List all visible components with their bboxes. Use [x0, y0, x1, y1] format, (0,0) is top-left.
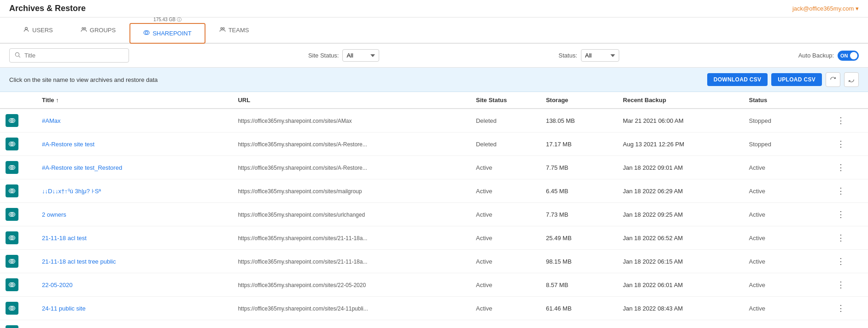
row-actions: ⋮	[827, 132, 868, 156]
sharepoint-site-icon	[6, 231, 18, 244]
row-storage: 70.09 MB	[540, 320, 617, 328]
row-actions: ⋮	[827, 156, 868, 179]
more-options-button[interactable]: ⋮	[833, 114, 849, 127]
row-storage: 138.05 MB	[540, 109, 617, 132]
tab-groups[interactable]: GROUPS	[67, 20, 129, 42]
status-label: Status:	[558, 52, 577, 59]
row-title: 2 owners	[36, 203, 232, 226]
row-status: Active	[744, 250, 827, 273]
auto-backup-label: Auto Backup:	[798, 52, 834, 59]
table-row: 24-11-18 private site https://office365m…	[0, 320, 868, 328]
row-actions: ⋮	[827, 250, 868, 273]
row-storage: 98.15 MB	[540, 250, 617, 273]
row-recent-backup: Jan 18 2022 09:01 AM	[617, 156, 743, 179]
more-options-button[interactable]: ⋮	[833, 207, 849, 221]
site-link[interactable]: #A-Restore site test	[42, 141, 94, 148]
site-link[interactable]: 21-11-18 acl test	[42, 235, 87, 242]
users-icon	[23, 26, 29, 34]
svg-point-6	[223, 27, 224, 29]
site-status-value: Deleted	[476, 117, 497, 124]
upload-csv-button[interactable]: UPLOAD CSV	[771, 73, 822, 86]
more-options-button[interactable]: ⋮	[833, 254, 849, 268]
user-email[interactable]: jack@office365my.com	[792, 5, 859, 12]
site-status-value: Deleted	[476, 141, 497, 148]
url-text: https://office365my.sharepoint.com/sites…	[238, 141, 367, 148]
site-link[interactable]: #A-Restore site test_Restored	[42, 164, 122, 171]
status-select[interactable]: All Active Stopped	[581, 49, 619, 62]
url-text: https://office365my.sharepoint.com/sites…	[238, 305, 368, 312]
table-row: #A-Restore site test https://office365my…	[0, 132, 868, 156]
more-options-button[interactable]: ⋮	[833, 325, 849, 328]
tab-wrapper-users: USERS	[9, 20, 67, 41]
site-link[interactable]: #AMax	[42, 117, 60, 124]
row-recent-backup: Aug 13 2021 12:26 PM	[617, 132, 743, 156]
auto-backup-group: Auto Backup: ON	[798, 51, 859, 61]
row-icon	[0, 132, 36, 156]
refresh-button[interactable]	[844, 72, 859, 87]
more-options-button[interactable]: ⋮	[833, 137, 849, 151]
auto-backup-toggle[interactable]: ON	[838, 51, 859, 61]
row-site-status: Deleted	[470, 109, 540, 132]
row-title: 22-05-2020	[36, 273, 232, 297]
row-recent-backup: Jan 18 2022 06:29 AM	[617, 179, 743, 203]
download-csv-button[interactable]: DOWNLOAD CSV	[707, 73, 768, 86]
site-link[interactable]: 21-11-18 acl test tree public	[42, 258, 116, 265]
refresh-alt-button[interactable]	[826, 72, 840, 87]
info-message: Click on the site name to view archives …	[9, 76, 158, 83]
more-options-button[interactable]: ⋮	[833, 278, 849, 292]
row-actions: ⋮	[827, 297, 868, 320]
svg-point-7	[15, 52, 19, 56]
row-url: https://office365my.sharepoint.com/sites…	[232, 297, 470, 320]
row-title: 24-11-18 private site	[36, 320, 232, 328]
table-row: ↓↓D↓↓x†↑⁰ú 3h|μ? ⊦Sª https://office365my…	[0, 179, 868, 203]
search-box	[9, 48, 129, 63]
site-link[interactable]: 24-11 public site	[42, 305, 86, 312]
row-icon	[0, 109, 36, 132]
row-site-status: Active	[470, 203, 540, 226]
site-status-value: Active	[476, 188, 492, 195]
tab-users[interactable]: USERS	[9, 20, 67, 42]
row-url: https://office365my.sharepoint.com/sites…	[232, 250, 470, 273]
row-site-status: Active	[470, 226, 540, 250]
site-link[interactable]: ↓↓D↓↓x†↑⁰ú 3h|μ? ⊦Sª	[42, 188, 101, 195]
site-status-select[interactable]: All Active Deleted	[342, 49, 379, 62]
row-status: Stopped	[744, 132, 827, 156]
site-status-value: Active	[476, 305, 492, 312]
row-title: #AMax	[36, 109, 232, 132]
svg-point-10	[11, 118, 15, 122]
more-options-button[interactable]: ⋮	[833, 301, 849, 315]
table-row: #AMax https://office365my.sharepoint.com…	[0, 109, 868, 132]
tab-sharepoint[interactable]: SHAREPOINT	[129, 23, 205, 44]
more-options-button[interactable]: ⋮	[833, 161, 849, 174]
info-bar: Click on the site name to view archives …	[0, 68, 868, 92]
sharepoint-site-icon	[6, 325, 18, 328]
filter-group-site-status: Site Status: All Active Deleted	[308, 49, 379, 62]
row-title: #A-Restore site test	[36, 132, 232, 156]
row-status: Active	[744, 320, 827, 328]
row-icon	[0, 156, 36, 179]
row-status: Stopped	[744, 109, 827, 132]
tab-teams-label: TEAMS	[229, 27, 249, 34]
site-status-value: Active	[476, 211, 492, 218]
row-site-status: Active	[470, 297, 540, 320]
sharepoint-site-icon	[6, 278, 18, 291]
site-status-value: Active	[476, 258, 492, 265]
row-status: Active	[744, 226, 827, 250]
table-body: #AMax https://office365my.sharepoint.com…	[0, 109, 868, 328]
toggle-on-label: ON	[838, 53, 848, 58]
url-text: https://office365my.sharepoint.com/sites…	[238, 235, 367, 242]
row-actions: ⋮	[827, 273, 868, 297]
col-header-title[interactable]: Title ↑	[36, 92, 232, 109]
status-value: Stopped	[749, 117, 771, 124]
more-options-button[interactable]: ⋮	[833, 184, 849, 198]
svg-point-22	[11, 259, 15, 263]
more-options-button[interactable]: ⋮	[833, 231, 849, 245]
site-link[interactable]: 22-05-2020	[42, 282, 73, 288]
search-input[interactable]	[24, 52, 124, 59]
site-link[interactable]: 2 owners	[42, 211, 66, 218]
app-title: Archives & Restore	[9, 4, 86, 13]
row-recent-backup: Jan 18 2022 06:52 AM	[617, 226, 743, 250]
tab-teams[interactable]: TEAMS	[205, 20, 263, 42]
table-row: 21-11-18 acl test tree public https://of…	[0, 250, 868, 273]
action-buttons: DOWNLOAD CSV UPLOAD CSV	[707, 72, 859, 87]
